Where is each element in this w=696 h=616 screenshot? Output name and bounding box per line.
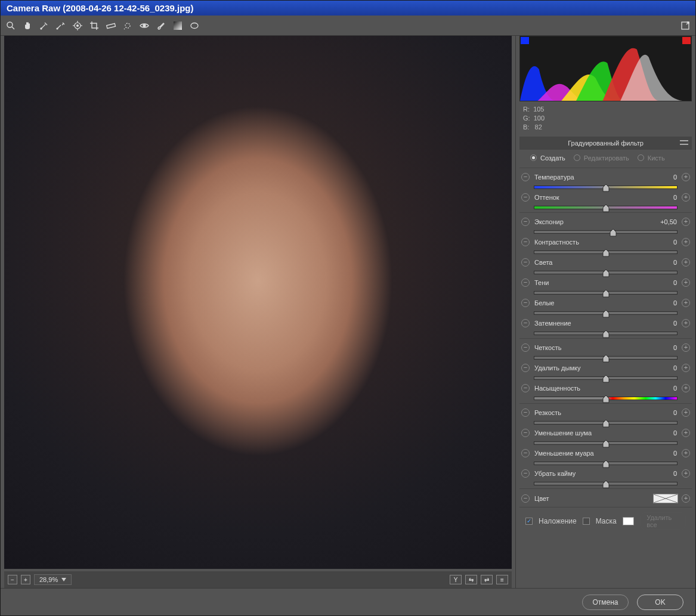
slider-value[interactable]: 0 bbox=[647, 279, 678, 286]
minus-button[interactable]: − bbox=[521, 193, 530, 202]
minus-button[interactable]: − bbox=[521, 278, 530, 287]
plus-button[interactable]: + bbox=[682, 408, 690, 417]
minus-button[interactable]: − bbox=[521, 299, 530, 307]
slider-value[interactable]: 0 bbox=[647, 259, 678, 266]
slider-value[interactable]: 0 bbox=[647, 385, 678, 392]
slider-thumb[interactable] bbox=[602, 395, 610, 403]
slider-thumb[interactable] bbox=[602, 309, 610, 318]
slider-thumb[interactable] bbox=[602, 330, 610, 338]
slider-thumb[interactable] bbox=[602, 204, 610, 212]
slider-thumb[interactable] bbox=[602, 439, 610, 448]
minus-button[interactable]: − bbox=[521, 343, 530, 352]
clear-all-button[interactable]: Удалить все bbox=[640, 512, 686, 530]
minus-button[interactable]: − bbox=[521, 319, 530, 327]
slider-label: Температура bbox=[533, 174, 644, 181]
slider-thumb[interactable] bbox=[602, 184, 610, 192]
minus-button[interactable]: − bbox=[521, 408, 530, 417]
plus-button[interactable]: + bbox=[682, 173, 690, 181]
plus-button[interactable]: + bbox=[682, 319, 690, 327]
slider-value[interactable]: 0 bbox=[647, 450, 678, 457]
svg-point-5 bbox=[77, 24, 79, 26]
slider-value[interactable]: 0 bbox=[647, 470, 678, 477]
minus-button[interactable]: − bbox=[521, 238, 530, 246]
slider-value[interactable]: 0 bbox=[647, 299, 678, 307]
graduated-filter-tool-icon[interactable] bbox=[172, 20, 183, 31]
slider-value[interactable]: 0 bbox=[647, 174, 678, 181]
mask-color-swatch[interactable] bbox=[623, 517, 635, 525]
preferences-icon[interactable] bbox=[680, 20, 691, 31]
compare-y-button[interactable]: Y bbox=[450, 575, 462, 584]
straighten-tool-icon[interactable] bbox=[106, 20, 116, 31]
plus-button[interactable]: + bbox=[682, 469, 690, 478]
plus-button[interactable]: + bbox=[682, 193, 690, 202]
panel-menu-icon[interactable] bbox=[680, 139, 688, 146]
minus-button[interactable]: − bbox=[521, 384, 530, 392]
overlay-checkbox[interactable] bbox=[525, 518, 533, 525]
mode-brush-radio[interactable]: Кисть bbox=[638, 154, 665, 162]
slider-thumb[interactable] bbox=[602, 249, 610, 257]
plus-button[interactable]: + bbox=[682, 343, 690, 352]
minus-button[interactable]: − bbox=[521, 494, 530, 503]
minus-button[interactable]: − bbox=[521, 173, 530, 181]
minus-button[interactable]: − bbox=[521, 429, 530, 437]
plus-button[interactable]: + bbox=[682, 238, 690, 246]
minus-button[interactable]: − bbox=[521, 469, 530, 478]
swap-button[interactable]: ⇆ bbox=[465, 575, 477, 584]
minus-button[interactable]: − bbox=[521, 258, 530, 267]
slider-value[interactable]: 0 bbox=[647, 344, 678, 351]
slider-thumb[interactable] bbox=[602, 354, 610, 363]
color-picker-swatch[interactable] bbox=[653, 494, 678, 503]
plus-button[interactable]: + bbox=[682, 299, 690, 307]
slider-thumb[interactable] bbox=[602, 480, 610, 488]
plus-button[interactable]: + bbox=[682, 218, 690, 226]
slider-thumb[interactable] bbox=[602, 269, 610, 277]
slider-thumb[interactable] bbox=[602, 419, 610, 428]
plus-button[interactable]: + bbox=[682, 384, 690, 392]
radial-filter-tool-icon[interactable] bbox=[189, 20, 200, 31]
color-sampler-tool-icon[interactable] bbox=[55, 20, 66, 31]
slider-value[interactable]: 0 bbox=[647, 429, 678, 437]
window-titlebar[interactable]: Camera Raw (2008-04-26 12-42-56_0239.jpg… bbox=[1, 1, 695, 16]
image-preview[interactable] bbox=[4, 36, 512, 569]
slider-thumb[interactable] bbox=[602, 374, 610, 383]
slider-value[interactable]: 0 bbox=[647, 409, 678, 416]
adjustment-brush-tool-icon[interactable] bbox=[156, 20, 166, 31]
plus-button[interactable]: + bbox=[682, 278, 690, 287]
zoom-in-button[interactable]: + bbox=[21, 575, 30, 584]
plus-button[interactable]: + bbox=[682, 429, 690, 437]
slider-value[interactable]: 0 bbox=[647, 239, 678, 246]
slider-sharpness: −Резкость0+ bbox=[519, 407, 692, 428]
hand-tool-icon[interactable] bbox=[22, 20, 33, 31]
plus-button[interactable]: + bbox=[682, 494, 690, 503]
minus-button[interactable]: − bbox=[521, 364, 530, 372]
slider-value[interactable]: 0 bbox=[647, 194, 678, 201]
crop-tool-icon[interactable] bbox=[89, 20, 100, 31]
spot-removal-tool-icon[interactable] bbox=[122, 20, 133, 31]
slider-thumb[interactable] bbox=[602, 460, 610, 468]
copy-settings-button[interactable]: ⇄ bbox=[481, 575, 493, 584]
minus-button[interactable]: − bbox=[521, 218, 530, 226]
plus-button[interactable]: + bbox=[682, 449, 690, 457]
toggle-view-button[interactable]: ≡ bbox=[496, 575, 508, 584]
ok-button[interactable]: OK bbox=[637, 595, 683, 610]
mode-create-radio[interactable]: Создать bbox=[530, 154, 565, 162]
minus-button[interactable]: − bbox=[521, 449, 530, 457]
slider-value[interactable]: +0,50 bbox=[647, 218, 678, 225]
plus-button[interactable]: + bbox=[682, 364, 690, 372]
slider-value[interactable]: 0 bbox=[647, 364, 678, 372]
mask-checkbox[interactable] bbox=[583, 518, 590, 525]
zoom-tool-icon[interactable] bbox=[5, 20, 16, 31]
zoom-out-button[interactable]: − bbox=[8, 575, 17, 584]
redeye-tool-icon[interactable] bbox=[139, 20, 150, 31]
slider-thumb[interactable] bbox=[602, 289, 610, 298]
plus-button[interactable]: + bbox=[682, 258, 690, 267]
zoom-level-dropdown[interactable]: 28,9% bbox=[34, 574, 72, 585]
histogram[interactable] bbox=[519, 36, 692, 101]
targeted-adjustment-tool-icon[interactable] bbox=[72, 20, 83, 31]
slider-thumb[interactable] bbox=[610, 228, 617, 237]
slider-value[interactable]: 0 bbox=[647, 320, 678, 327]
slider-track[interactable] bbox=[534, 230, 678, 234]
mode-edit-radio[interactable]: Редактировать bbox=[574, 154, 629, 162]
white-balance-tool-icon[interactable] bbox=[39, 20, 50, 31]
cancel-button[interactable]: Отмена bbox=[582, 595, 629, 610]
